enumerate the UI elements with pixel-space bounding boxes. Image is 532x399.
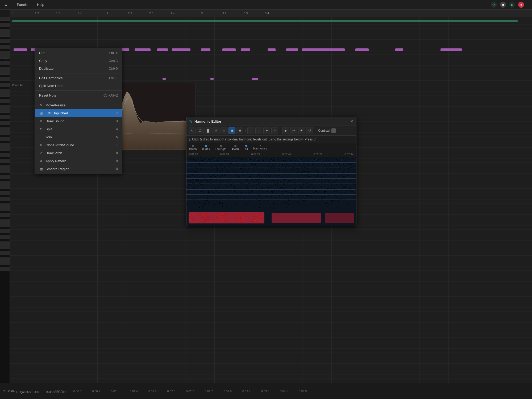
piano-key[interactable] xyxy=(0,23,10,27)
piano-key[interactable] xyxy=(0,141,10,143)
piano-key[interactable] xyxy=(0,105,10,109)
piano-key[interactable] xyxy=(0,185,10,189)
ctx-draw-sound[interactable]: ✏ Draw Sound 3 xyxy=(35,117,122,125)
ctx-apply-pattern[interactable]: ≋ Apply Pattern 9 xyxy=(35,157,122,165)
piano-key[interactable] xyxy=(0,197,10,201)
htool-refresh[interactable]: ↺ xyxy=(306,127,313,134)
piano-key[interactable] xyxy=(0,87,10,89)
piano-key[interactable] xyxy=(0,17,10,21)
ctx-copy[interactable]: Copy Ctrl+C xyxy=(35,57,122,65)
piano-key[interactable] xyxy=(0,179,10,181)
piano-key[interactable] xyxy=(0,251,10,255)
piano-key[interactable] xyxy=(0,143,10,147)
piano-key[interactable] xyxy=(0,75,10,77)
piano-key[interactable] xyxy=(0,249,10,251)
piano-key[interactable] xyxy=(0,211,10,213)
piano-key[interactable] xyxy=(0,267,10,271)
piano-key[interactable] xyxy=(0,257,10,261)
piano-key[interactable] xyxy=(0,81,10,83)
note-block[interactable] xyxy=(286,48,298,51)
piano-key[interactable] xyxy=(0,37,10,39)
piano-key[interactable] xyxy=(0,135,10,137)
contrast-swatch[interactable] xyxy=(331,128,336,133)
piano-key[interactable] xyxy=(0,255,10,257)
piano-key[interactable] xyxy=(0,175,10,179)
ctx-draw-pitch[interactable]: ↗ Draw Pitch 8 xyxy=(35,149,122,157)
ctx-reset-note[interactable]: Reset Note Ctrl+Alt+Z xyxy=(35,92,122,99)
piano-key[interactable] xyxy=(0,245,10,249)
piano-key[interactable] xyxy=(0,49,10,51)
piano-key[interactable] xyxy=(0,207,10,211)
htool-undo[interactable]: ↩ xyxy=(290,127,297,134)
piano-key[interactable] xyxy=(0,61,10,65)
ctx-clone-pitch[interactable]: ⊕ Clone Pitch/Sound 7 xyxy=(35,141,122,149)
piano-key[interactable] xyxy=(0,33,10,37)
piano-key[interactable] xyxy=(0,163,10,165)
ctx-edit-harmonics[interactable]: Edit Harmonics Ctrl+T xyxy=(35,74,122,82)
piano-key[interactable] xyxy=(0,27,10,29)
piano-key[interactable] xyxy=(0,103,10,105)
note-block[interactable] xyxy=(302,48,345,51)
htool-minus[interactable]: − xyxy=(271,127,278,134)
piano-key[interactable] xyxy=(0,43,10,45)
htool-list[interactable]: ≡ xyxy=(221,127,227,134)
note-block[interactable] xyxy=(440,48,462,51)
ctx-duplicate[interactable]: Duplicate Ctrl+D xyxy=(35,65,122,72)
piano-key[interactable] xyxy=(0,242,10,245)
piano-key[interactable] xyxy=(0,29,10,33)
note-block[interactable] xyxy=(135,48,151,51)
piano-key[interactable] xyxy=(0,121,10,125)
menu-panels[interactable]: Panels xyxy=(15,2,30,8)
ctx-edit-unpitched[interactable]: ▣ Edit Unpitched 2 xyxy=(35,109,122,117)
piano-key[interactable] xyxy=(0,137,10,141)
htool-grid[interactable]: ▣ xyxy=(228,127,235,134)
piano-key[interactable] xyxy=(0,67,10,71)
piano-key[interactable] xyxy=(0,219,10,223)
harmonic-canvas[interactable]: // Generate harmonic visualization xyxy=(186,157,356,226)
ctx-split-note[interactable]: Split Note Here xyxy=(35,82,122,90)
ctx-smooth-region[interactable]: ▦ Smooth Region 0 xyxy=(35,165,122,173)
htool-play[interactable]: ▶ xyxy=(282,127,289,134)
piano-key[interactable] xyxy=(0,217,10,219)
htool-arrow[interactable]: ↖ xyxy=(189,127,196,134)
piano-key[interactable] xyxy=(0,65,10,67)
note-block[interactable] xyxy=(14,48,27,51)
note-block[interactable] xyxy=(355,48,369,51)
piano-key[interactable] xyxy=(0,45,10,49)
piano-key[interactable] xyxy=(0,131,10,135)
piano-key[interactable] xyxy=(0,115,10,119)
piano-key[interactable] xyxy=(0,51,10,55)
piano-key[interactable] xyxy=(0,169,10,173)
note-block[interactable] xyxy=(268,48,276,51)
note-block[interactable] xyxy=(201,48,210,51)
play-button[interactable]: ▶ xyxy=(509,2,515,8)
piano-key[interactable] xyxy=(0,201,10,203)
piano-key[interactable] xyxy=(0,213,10,217)
note-block[interactable] xyxy=(163,78,166,80)
piano-key[interactable] xyxy=(0,147,10,151)
htool-lasso[interactable]: ⬡ xyxy=(197,127,203,134)
piano-key[interactable] xyxy=(0,265,10,267)
piano-key[interactable] xyxy=(0,109,10,113)
note-block[interactable] xyxy=(210,78,214,80)
note-block[interactable] xyxy=(157,48,168,51)
harmonic-editor-close[interactable]: ✕ xyxy=(350,119,354,124)
htool-select[interactable]: ◎ xyxy=(213,127,219,134)
piano-key[interactable] xyxy=(0,89,10,93)
htool-plus[interactable]: + xyxy=(263,127,270,134)
ctx-cut[interactable]: Cut Ctrl+X xyxy=(35,49,122,57)
piano-key[interactable] xyxy=(0,157,10,159)
piano-key[interactable] xyxy=(0,235,10,239)
piano-key[interactable] xyxy=(0,153,10,157)
piano-key[interactable] xyxy=(0,223,10,227)
piano-key[interactable] xyxy=(0,93,10,97)
piano-key[interactable] xyxy=(0,239,10,242)
piano-key[interactable] xyxy=(0,191,10,195)
piano-key[interactable] xyxy=(0,127,10,131)
piano-key[interactable] xyxy=(0,173,10,175)
note-block[interactable] xyxy=(172,48,190,51)
note-block[interactable] xyxy=(252,78,258,80)
loop-button[interactable]: ⟳ xyxy=(491,2,497,8)
htool-bars[interactable]: ▐▌ xyxy=(205,127,211,134)
piano-key[interactable] xyxy=(0,77,10,81)
